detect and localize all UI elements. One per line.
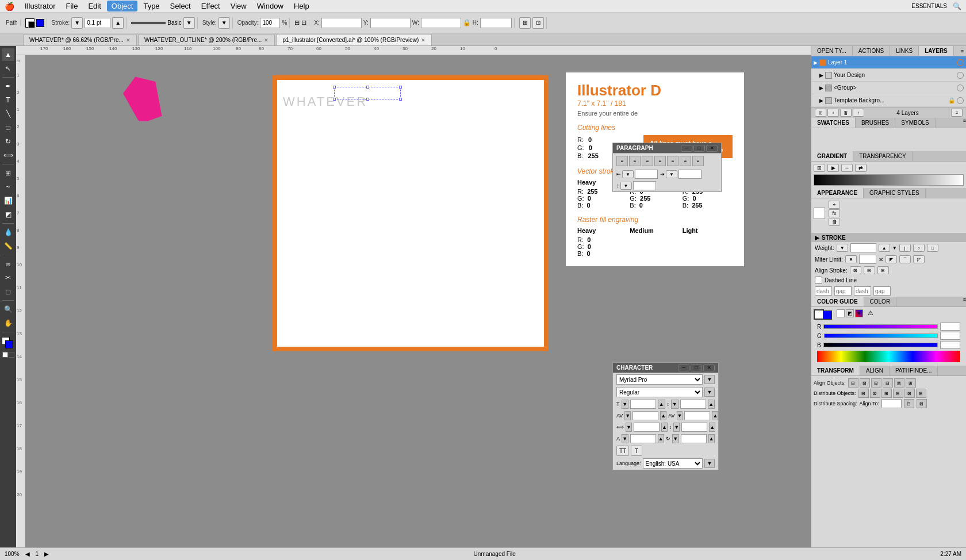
fill-color-indicator[interactable] <box>2 337 14 350</box>
scissors-tool[interactable]: ✂ <box>2 271 14 284</box>
tracking-increase[interactable]: ▲ <box>712 411 718 420</box>
dist-horiz[interactable]: ⊟ <box>904 399 914 408</box>
leading-increase[interactable]: ▲ <box>708 400 715 409</box>
r-slider[interactable] <box>823 324 938 329</box>
panel-tab-align[interactable]: ALIGN <box>860 366 890 375</box>
dist-vert[interactable]: ⊠ <box>917 399 927 408</box>
graph-tool[interactable]: 📊 <box>2 194 14 207</box>
dash-input-2[interactable] <box>854 286 871 296</box>
line-tool[interactable]: ╲ <box>2 108 14 120</box>
layer-row-2[interactable]: ▶ Your Design <box>811 69 966 82</box>
mirror-tool[interactable]: ⟺ <box>2 149 14 162</box>
para-align-left[interactable]: ≡ <box>616 156 628 166</box>
appearance-fill-swatch[interactable] <box>814 208 825 219</box>
color-mode-gradient[interactable]: ◩ <box>846 309 854 317</box>
cap-butt[interactable]: | <box>899 244 911 252</box>
panel-tab-pathfinder[interactable]: PATHFINDE... <box>890 366 938 375</box>
blend-tool[interactable]: ∞ <box>2 258 14 270</box>
gap-input-2[interactable] <box>873 286 891 296</box>
t-button[interactable]: T <box>631 446 642 456</box>
dashed-checkbox[interactable] <box>815 277 822 284</box>
join-round[interactable]: ⌒ <box>899 255 911 263</box>
para-align-center[interactable]: ≡ <box>629 156 641 166</box>
b-input[interactable]: 255 <box>940 341 960 349</box>
stroke-increase[interactable]: ▲ <box>112 17 124 29</box>
gradient-tool[interactable]: ◩ <box>2 208 14 221</box>
stroke-weight-decrease[interactable]: ▼ <box>837 244 848 252</box>
appearance-add[interactable]: + <box>829 201 840 209</box>
font-size-decrease[interactable]: ▼ <box>622 400 629 409</box>
miter-decrease[interactable]: ▼ <box>845 255 857 263</box>
char-expand[interactable]: □ <box>691 365 702 371</box>
rotation-input[interactable]: 0° <box>681 434 707 443</box>
miter-input[interactable]: 4 <box>859 255 876 264</box>
panel-tab-swatches[interactable]: SWATCHES <box>811 118 856 128</box>
gradient-type-btn[interactable]: ⊞ <box>814 164 825 172</box>
layer-delete-btn[interactable]: 🗑 <box>840 109 852 117</box>
layer-target-3[interactable] <box>957 85 964 91</box>
align-bottom[interactable]: ⊞ <box>906 378 916 388</box>
align-stroke-center[interactable]: ⊠ <box>850 266 861 274</box>
panel-tab-transparency[interactable]: TRANSPARENCY <box>853 151 913 161</box>
panel-tab-opentype[interactable]: OPEN TY... <box>811 46 853 56</box>
space-before-input[interactable]: 0 pt <box>633 181 656 190</box>
color-mode-solid[interactable] <box>837 309 845 317</box>
tab-outline[interactable]: WHATEVER_OUTLINE* @ 200% (RGB/Pre... ✕ <box>138 34 275 45</box>
layer-row-4[interactable]: ▶ Template Backgro... 🔒 <box>811 94 966 107</box>
w-input[interactable]: 1.8287 in <box>421 18 461 28</box>
menu-view[interactable]: View <box>226 1 251 11</box>
pen-tool[interactable]: ✒ <box>2 80 14 93</box>
stroke-weight-increase[interactable]: ▲ <box>879 244 890 252</box>
layer-target-4[interactable] <box>957 97 964 104</box>
handle-bm[interactable] <box>366 98 369 101</box>
warp-tool[interactable]: ~ <box>2 181 14 193</box>
dist-right[interactable]: ⊞ <box>881 389 892 398</box>
dash-input-1[interactable] <box>815 286 832 296</box>
leading-input[interactable]: 14.4 pt <box>680 400 706 409</box>
eraser-tool[interactable]: ◻ <box>2 285 14 298</box>
gradient-bar[interactable] <box>814 174 964 186</box>
r-input[interactable]: 0 <box>940 323 960 331</box>
align-center-h[interactable]: ⊠ <box>860 378 870 388</box>
align-center-v[interactable]: ⊠ <box>894 378 904 388</box>
tt-button[interactable]: TT <box>616 446 629 456</box>
menu-type[interactable]: Type <box>139 1 164 11</box>
menu-edit[interactable]: Edit <box>83 1 105 11</box>
menu-illustrator[interactable]: Illustrator <box>20 1 60 11</box>
tab-close-0[interactable]: ✕ <box>126 37 131 43</box>
handle-tr[interactable] <box>399 86 402 89</box>
font-size-input[interactable]: 12 pt <box>630 400 656 409</box>
font-style-select[interactable]: Regular <box>616 387 703 397</box>
hand-tool[interactable]: ✋ <box>2 317 14 329</box>
direct-select-tool[interactable]: ↖ <box>2 62 14 75</box>
align-stroke-outside[interactable]: ⊞ <box>877 266 889 274</box>
tracking-input[interactable]: 0 <box>684 411 710 420</box>
search-icon[interactable]: 🔍 <box>953 2 961 10</box>
essentials-label[interactable]: ESSENTIALS <box>911 3 947 9</box>
language-dropdown[interactable]: ▼ <box>704 459 715 468</box>
indent-left-decrease[interactable]: ▼ <box>622 170 634 178</box>
zoom-tool[interactable]: 🔍 <box>2 303 14 316</box>
menu-object[interactable]: Object <box>107 1 138 11</box>
align-left[interactable]: ⊟ <box>848 378 858 388</box>
para-align-right[interactable]: ≡ <box>642 156 653 166</box>
layer-options-btn[interactable]: ⊞ <box>815 109 826 117</box>
font-family-dropdown[interactable]: ▼ <box>704 375 715 384</box>
stroke-weight-input[interactable]: 0.1 pt <box>850 243 876 252</box>
dist-top[interactable]: ⊟ <box>893 389 903 398</box>
style-dropdown[interactable]: ▼ <box>218 17 230 29</box>
tab-p1[interactable]: p1_illustrator [Converted].ai* @ 100% (R… <box>276 34 432 45</box>
align-stroke-inside[interactable]: ⊟ <box>864 266 875 274</box>
paragraph-expand[interactable]: □ <box>693 145 705 152</box>
basic-dropdown[interactable]: ▼ <box>183 17 195 29</box>
indent-left-input[interactable]: 0 pt <box>635 170 658 179</box>
appearance-delete[interactable]: 🗑 <box>829 218 840 226</box>
layer-panel-menu[interactable]: ≡ <box>951 109 963 117</box>
paragraph-close[interactable]: ✕ <box>706 145 718 152</box>
gradient-swap[interactable]: ⇄ <box>855 164 867 172</box>
layer-expand-1[interactable]: ▶ <box>814 60 818 66</box>
dist-center-h[interactable]: ⊠ <box>870 389 880 398</box>
stroke-swatch[interactable] <box>36 19 44 27</box>
language-select[interactable]: English: USA <box>643 458 703 469</box>
indent-right-input[interactable]: 0 pt <box>678 170 702 179</box>
